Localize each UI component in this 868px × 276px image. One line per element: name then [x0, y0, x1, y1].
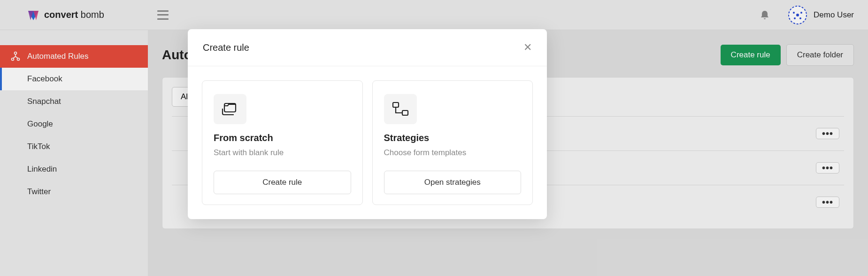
- close-icon: ✕: [523, 41, 532, 53]
- create-rule-modal: Create rule ✕ From scratch Start with bl…: [188, 29, 547, 219]
- card-from-scratch[interactable]: From scratch Start with blank rule Creat…: [202, 80, 363, 205]
- card-description: Start with blank rule: [214, 148, 351, 158]
- card-title: Strategies: [384, 133, 522, 143]
- card-title: From scratch: [214, 133, 351, 143]
- card-action-open-strategies[interactable]: Open strategies: [384, 171, 522, 194]
- folder-stack-icon: [221, 102, 239, 116]
- card-description: Choose form templates: [384, 148, 522, 158]
- svg-rect-10: [393, 103, 399, 107]
- tree-strategies-icon: [391, 101, 410, 117]
- card-action-create-rule[interactable]: Create rule: [214, 171, 351, 194]
- modal-title: Create rule: [203, 42, 249, 53]
- card-strategies[interactable]: Strategies Choose form templates Open st…: [372, 80, 533, 205]
- modal-close-button[interactable]: ✕: [523, 41, 532, 54]
- svg-rect-11: [402, 110, 408, 115]
